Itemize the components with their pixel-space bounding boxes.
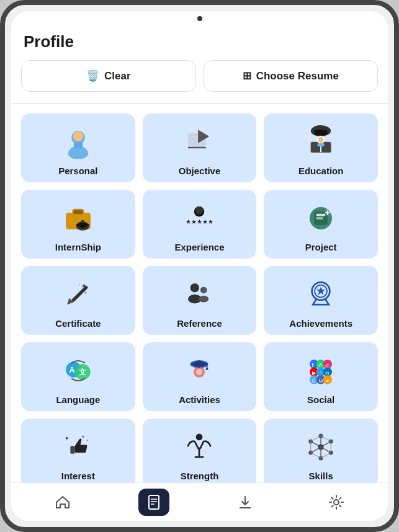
status-bar	[11, 11, 388, 26]
resume-icon: ⊞	[243, 69, 251, 82]
grid-item-strength[interactable]: Strength	[143, 419, 257, 482]
grid-item-personal[interactable]: Personal	[21, 113, 135, 182]
activities-icon	[179, 351, 219, 391]
svg-point-104	[334, 500, 339, 505]
svg-text:S: S	[312, 378, 316, 384]
grid-item-social[interactable]: f ✆ ◎ ▶ 🐦 in S	[264, 342, 378, 411]
svg-text:✦: ✦	[65, 435, 69, 441]
svg-rect-78	[70, 446, 74, 454]
objective-icon	[179, 122, 219, 162]
device-frame: Profile 🗑️ Clear ⊞ Choose Resume	[0, 0, 399, 532]
app-container: Profile 🗑️ Clear ⊞ Choose Resume	[11, 11, 388, 521]
internship-icon	[58, 198, 98, 238]
svg-point-56	[196, 368, 203, 375]
grid-item-reference[interactable]: Reference	[143, 266, 257, 335]
svg-text:A: A	[69, 366, 74, 375]
svg-point-2	[73, 131, 83, 141]
nav-settings[interactable]	[321, 489, 352, 516]
interest-label: Interest	[61, 471, 95, 481]
education-icon	[301, 122, 341, 162]
svg-text:◎: ◎	[325, 363, 330, 368]
content-area: Profile 🗑️ Clear ⊞ Choose Resume	[11, 26, 388, 482]
svg-text:✆: ✆	[319, 363, 323, 368]
grid-item-language[interactable]: A 文 Language	[21, 342, 135, 411]
choose-resume-button[interactable]: ⊞ Choose Resume	[204, 60, 379, 92]
nav-resume[interactable]	[138, 489, 169, 516]
svg-point-41	[200, 286, 207, 293]
project-icon	[301, 198, 341, 238]
svg-rect-30	[316, 217, 323, 219]
svg-text:in: in	[325, 370, 329, 376]
grid-item-achievements[interactable]: Achievements	[264, 266, 378, 335]
strength-label: Strength	[181, 471, 219, 481]
svg-rect-18	[74, 210, 83, 213]
clear-icon: 🗑️	[86, 69, 99, 82]
strength-icon	[179, 427, 219, 467]
achievements-icon	[301, 275, 341, 314]
bottom-nav	[11, 482, 388, 521]
grid-item-certificate[interactable]: ✦ ✦ ✦ Certificate	[21, 266, 135, 335]
svg-point-82	[196, 433, 203, 440]
svg-text:✦: ✦	[84, 290, 87, 296]
grid-item-education[interactable]: Education	[264, 113, 378, 182]
project-label: Project	[305, 242, 337, 252]
svg-text:文: 文	[79, 368, 86, 376]
svg-rect-99	[149, 495, 159, 509]
experience-icon: ★★★★★	[179, 198, 219, 238]
svg-text:✦: ✦	[78, 283, 81, 286]
activities-label: Activities	[179, 394, 220, 405]
svg-point-22	[81, 220, 84, 223]
skills-label: Skills	[309, 471, 333, 481]
divider	[11, 103, 388, 104]
personal-icon	[58, 122, 98, 162]
experience-label: Experience	[174, 242, 224, 252]
svg-rect-13	[318, 143, 325, 146]
svg-rect-11	[314, 130, 328, 135]
certificate-label: Certificate	[55, 318, 101, 329]
svg-point-42	[199, 296, 209, 303]
nav-download[interactable]	[230, 489, 261, 516]
action-buttons: 🗑️ Clear ⊞ Choose Resume	[21, 60, 378, 92]
reference-label: Reference	[177, 318, 222, 329]
internship-label: InternShip	[55, 242, 101, 252]
svg-text:★: ★	[325, 378, 330, 384]
svg-point-59	[206, 368, 208, 371]
svg-text:★★★★★: ★★★★★	[186, 218, 213, 225]
svg-point-39	[191, 283, 199, 292]
grid-item-experience[interactable]: ★★★★★ Experience	[143, 190, 257, 259]
social-icon: f ✆ ◎ ▶ 🐦 in S	[301, 351, 341, 391]
svg-point-25	[195, 206, 204, 215]
svg-text:▶: ▶	[312, 370, 316, 376]
grid-item-internship[interactable]: InternShip	[21, 190, 135, 259]
svg-point-12	[318, 136, 325, 143]
language-label: Language	[56, 394, 100, 405]
objective-label: Objective	[179, 166, 221, 176]
reference-icon	[179, 275, 219, 314]
svg-rect-29	[316, 214, 325, 216]
personal-label: Personal	[58, 166, 97, 176]
achievements-label: Achievements	[289, 318, 352, 329]
svg-text:✦: ✦	[86, 438, 88, 442]
certificate-icon: ✦ ✦ ✦	[58, 275, 98, 314]
nav-home[interactable]	[47, 489, 78, 516]
language-icon: A 文	[58, 351, 98, 391]
page-title: Profile	[24, 32, 378, 51]
svg-rect-4	[74, 142, 83, 148]
svg-text:✦: ✦	[81, 434, 85, 440]
svg-marker-45	[316, 286, 325, 295]
grid-item-project[interactable]: Project	[264, 190, 378, 259]
social-label: Social	[307, 394, 334, 405]
svg-text:✦: ✦	[80, 282, 87, 291]
grid-item-activities[interactable]: Activities	[143, 342, 257, 411]
clear-button[interactable]: 🗑️ Clear	[21, 60, 196, 92]
interest-icon: ✦ ✦ ✦	[58, 427, 98, 467]
camera-dot	[197, 16, 202, 21]
svg-text:M: M	[319, 378, 323, 384]
grid-item-objective[interactable]: Objective	[143, 113, 257, 182]
education-label: Education	[298, 166, 344, 176]
grid: Personal Objective	[21, 113, 378, 482]
skills-icon	[301, 427, 341, 467]
grid-item-interest[interactable]: ✦ ✦ ✦ Interest	[21, 419, 135, 482]
grid-item-skills[interactable]: Skills	[264, 419, 378, 482]
